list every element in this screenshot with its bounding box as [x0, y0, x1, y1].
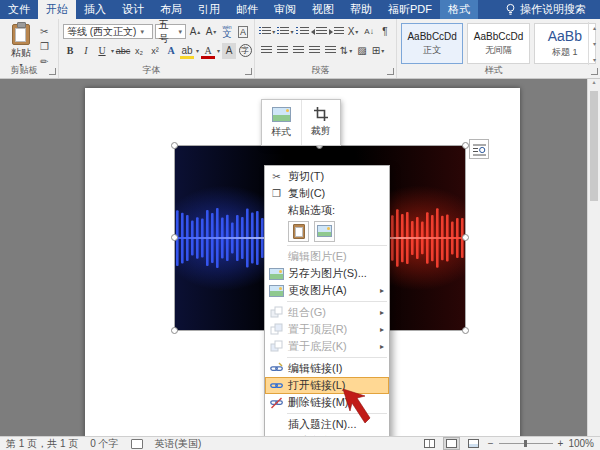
borders-button[interactable]: ⊞▾ [371, 43, 385, 59]
tab-insert[interactable]: 插入 [76, 0, 114, 19]
font-size-combobox[interactable]: 五号 ▾ [155, 24, 186, 39]
cut-button[interactable]: ✂ [40, 25, 49, 38]
shrink-font-button[interactable]: A▾ [204, 24, 218, 40]
asian-layout-button[interactable]: X▾ [346, 24, 360, 40]
proofing-icon[interactable] [131, 439, 143, 449]
bold-button[interactable]: B [63, 43, 77, 59]
style-card-no-spacing[interactable]: AaBbCcDd 无间隔 [467, 23, 529, 64]
zoom-slider[interactable] [499, 443, 553, 444]
tab-help[interactable]: 帮助 [342, 0, 380, 19]
word-count[interactable]: 0 个字 [90, 437, 118, 450]
style-card-heading1[interactable]: AaBb 标题 1 [534, 23, 596, 64]
italic-button[interactable]: I [79, 43, 93, 59]
tab-file[interactable]: 文件 [0, 0, 38, 19]
zoom-percentage[interactable]: 100% [568, 438, 594, 449]
zoom-in-button[interactable]: + [558, 438, 564, 449]
menu-item-group[interactable]: 组合(G) ▸ [265, 304, 389, 321]
numbering-button[interactable]: ▾ [277, 24, 293, 40]
style-card-normal[interactable]: AaBbCcDd 正文 [401, 23, 463, 64]
increase-indent-button[interactable] [329, 24, 344, 40]
tab-view[interactable]: 视图 [304, 0, 342, 19]
menu-item-bring-to-front[interactable]: 置于顶层(R) ▸ [265, 321, 389, 338]
subscript-button[interactable]: x₂ [132, 43, 146, 59]
decrease-indent-button[interactable] [311, 24, 326, 40]
menu-item-edit-link[interactable]: 编辑链接(I) [265, 360, 389, 377]
tab-layout[interactable]: 布局 [152, 0, 190, 19]
show-marks-button[interactable]: ¶ [378, 24, 392, 40]
underline-button[interactable]: U [95, 43, 109, 59]
underline-dropdown-icon[interactable]: ▾ [111, 47, 114, 54]
align-right-button[interactable] [291, 43, 305, 59]
bullets-button[interactable]: ▾ [259, 24, 275, 40]
align-center-button[interactable] [275, 43, 289, 59]
picture-styles-button[interactable]: 样式 [262, 100, 301, 145]
web-layout-button[interactable] [466, 438, 481, 449]
tab-review[interactable]: 审阅 [266, 0, 304, 19]
styles-gallery-scroll[interactable]: ▴ ▾ ▾ [588, 22, 600, 65]
print-layout-button[interactable] [444, 438, 459, 449]
paste-button[interactable]: 粘贴 ▾ [4, 22, 38, 68]
font-dialog-launcher[interactable] [245, 68, 252, 75]
highlight-dropdown-icon[interactable]: ▾ [196, 47, 199, 54]
selection-handle-ne[interactable] [462, 142, 469, 149]
font-color-button[interactable]: A [201, 43, 215, 59]
menu-item-change-picture[interactable]: 更改图片(A) ▸ [265, 282, 389, 299]
clipboard-dialog-launcher[interactable] [49, 68, 56, 75]
grow-font-button[interactable]: A▴ [188, 24, 202, 40]
text-effects-button[interactable]: A [164, 43, 178, 59]
crop-button[interactable]: 裁剪 [301, 100, 341, 145]
paragraph-dialog-launcher[interactable] [387, 68, 394, 75]
tell-me-search[interactable]: 操作说明搜索 [505, 0, 600, 19]
font-name-combobox[interactable]: 等线 (西文正文) ▾ [63, 24, 153, 39]
tab-mailings[interactable]: 邮件 [228, 0, 266, 19]
justify-button[interactable] [307, 43, 321, 59]
scroll-up-icon[interactable]: ▴ [592, 79, 595, 85]
distribute-button[interactable] [323, 43, 337, 59]
zoom-slider-thumb[interactable] [524, 440, 527, 447]
gallery-down-icon[interactable]: ▾ [593, 40, 596, 47]
menu-item-copy[interactable]: ❐ 复制(C) [265, 185, 389, 202]
menu-item-wrap-text[interactable]: 环绕文字(W) ▸ [265, 433, 389, 436]
selection-handle-w[interactable] [171, 234, 178, 241]
font-group-label: 字体 [59, 64, 244, 77]
menu-item-cut[interactable]: ✂ 剪切(T) [265, 168, 389, 185]
font-color-dropdown-icon[interactable]: ▾ [217, 47, 220, 54]
page-indicator[interactable]: 第 1 页，共 1 页 [6, 437, 78, 450]
tab-design[interactable]: 设计 [114, 0, 152, 19]
zoom-out-button[interactable]: − [488, 438, 494, 449]
tab-references[interactable]: 引用 [190, 0, 228, 19]
gallery-up-icon[interactable]: ▴ [593, 24, 596, 31]
tab-home[interactable]: 开始 [38, 0, 76, 19]
layout-options-button[interactable] [469, 139, 489, 159]
selection-handle-se[interactable] [462, 327, 469, 334]
scrollbar-thumb[interactable] [590, 91, 598, 201]
paste-keep-source-button[interactable] [288, 221, 309, 242]
vertical-scrollbar[interactable]: ▴ [587, 78, 600, 436]
strikethrough-button[interactable]: abc [116, 43, 130, 59]
line-spacing-button[interactable]: ⇅▾ [339, 43, 353, 59]
menu-item-save-as-picture[interactable]: 另存为图片(S)... [265, 265, 389, 282]
menu-item-send-to-back[interactable]: 置于底层(K) ▸ [265, 338, 389, 355]
gallery-more-icon[interactable]: ▾ [593, 56, 596, 63]
selection-handle-nw[interactable] [171, 142, 178, 149]
copy-button[interactable]: ❐ [40, 40, 49, 53]
paste-as-picture-button[interactable] [314, 221, 335, 242]
read-mode-button[interactable] [422, 438, 437, 449]
tab-foxit-pdf[interactable]: 福昕PDF [380, 0, 440, 19]
language-indicator[interactable]: 英语(美国) [155, 437, 202, 450]
phonetic-guide-button[interactable]: wén 文 [220, 24, 234, 40]
enclose-characters-button[interactable]: 字 [238, 43, 252, 59]
character-border-button[interactable]: A [236, 24, 250, 40]
selection-handle-e[interactable] [462, 234, 469, 241]
menu-item-edit-picture[interactable]: 编辑图片(E) [265, 248, 389, 265]
character-shading-button[interactable]: A [222, 43, 236, 59]
selection-handle-sw[interactable] [171, 327, 178, 334]
shading-button[interactable]: ▨ [355, 43, 369, 59]
sort-button[interactable]: A↓ [362, 24, 376, 40]
styles-dialog-launcher[interactable] [591, 68, 598, 75]
tab-picture-format[interactable]: 格式 [440, 0, 478, 19]
superscript-button[interactable]: x² [148, 43, 162, 59]
text-highlight-button[interactable]: ab [180, 43, 194, 59]
multilevel-list-button[interactable] [295, 24, 309, 40]
align-left-button[interactable] [259, 43, 273, 59]
